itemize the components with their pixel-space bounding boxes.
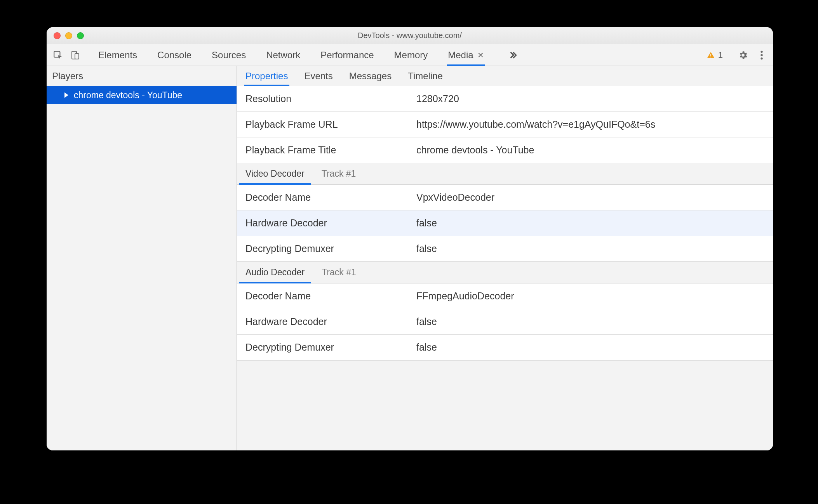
player-list-item[interactable]: chrome devtools - YouTube <box>47 86 237 104</box>
table-row: Decrypting Demuxer false <box>237 335 773 360</box>
video-decoder-track[interactable]: Track #1 <box>313 163 365 184</box>
prop-value: VpxVideoDecoder <box>416 192 764 203</box>
table-row: Decoder Name FFmpegAudioDecoder <box>237 283 773 309</box>
media-details-pane: Properties Events Messages Timeline Reso… <box>237 66 773 450</box>
media-subtabs: Properties Events Messages Timeline <box>237 66 773 86</box>
prop-label: Resolution <box>245 93 416 104</box>
prop-label: Playback Frame URL <box>245 119 416 130</box>
prop-value: false <box>416 243 764 254</box>
prop-value: false <box>416 217 764 229</box>
svg-point-6 <box>761 54 762 56</box>
device-toolbar-icon[interactable] <box>69 49 81 61</box>
subtab-events[interactable]: Events <box>304 66 332 86</box>
players-header: Players <box>47 66 237 86</box>
toolbar-right-controls: 1 <box>700 44 768 66</box>
prop-value: FFmpegAudioDecoder <box>416 290 764 302</box>
prop-table-top: Resolution 1280x720 Playback Frame URL h… <box>237 86 773 163</box>
subtab-timeline[interactable]: Timeline <box>408 66 443 86</box>
audio-decoder-track[interactable]: Track #1 <box>313 262 365 283</box>
blank-footer <box>237 360 773 450</box>
tab-elements[interactable]: Elements <box>98 44 137 66</box>
prop-label: Hardware Decoder <box>245 217 416 229</box>
svg-rect-3 <box>710 54 711 56</box>
more-options-icon[interactable] <box>756 49 768 61</box>
svg-point-7 <box>761 57 762 59</box>
window-title: DevTools - www.youtube.com/ <box>47 31 773 40</box>
table-row: Hardware Decoder false <box>237 210 773 236</box>
video-decoder-tab[interactable]: Video Decoder <box>237 163 313 184</box>
prop-value: 1280x720 <box>416 93 764 104</box>
play-triangle-icon <box>64 92 68 98</box>
prop-label: Decrypting Demuxer <box>245 342 416 353</box>
toolbar-left-controls <box>52 44 88 66</box>
prop-label: Decoder Name <box>245 192 416 203</box>
player-item-label: chrome devtools - YouTube <box>74 90 182 101</box>
more-tabs-icon[interactable] <box>508 44 518 66</box>
properties-panel: Resolution 1280x720 Playback Frame URL h… <box>237 86 773 450</box>
table-row: Decoder Name VpxVideoDecoder <box>237 185 773 210</box>
tab-media-label: Media <box>448 50 473 61</box>
svg-rect-4 <box>710 56 711 57</box>
prop-label: Decrypting Demuxer <box>245 243 416 254</box>
toolbar-separator <box>730 49 730 61</box>
prop-table-audio: Decoder Name FFmpegAudioDecoder Hardware… <box>237 283 773 360</box>
svg-rect-2 <box>75 54 79 59</box>
window-titlebar: DevTools - www.youtube.com/ <box>47 27 773 44</box>
prop-label: Hardware Decoder <box>245 316 416 327</box>
prop-value: chrome devtools - YouTube <box>416 144 764 156</box>
devtools-window: DevTools - www.youtube.com/ Elements Con… <box>47 27 773 450</box>
devtools-toolbar: Elements Console Sources Network Perform… <box>47 44 773 66</box>
subtab-messages[interactable]: Messages <box>349 66 392 86</box>
prop-label: Decoder Name <box>245 290 416 302</box>
tab-media[interactable]: Media ✕ <box>448 44 484 66</box>
table-row: Hardware Decoder false <box>237 309 773 335</box>
table-row: Playback Frame URL https://www.youtube.c… <box>237 112 773 137</box>
issues-count: 1 <box>718 50 723 60</box>
svg-point-5 <box>761 50 762 52</box>
players-pane: Players chrome devtools - YouTube <box>47 66 237 450</box>
table-row: Playback Frame Title chrome devtools - Y… <box>237 137 773 163</box>
settings-icon[interactable] <box>737 49 749 61</box>
panel-tabs: Elements Console Sources Network Perform… <box>98 44 700 66</box>
tab-performance[interactable]: Performance <box>320 44 374 66</box>
video-decoder-section: Video Decoder Track #1 <box>237 163 773 185</box>
subtab-properties[interactable]: Properties <box>245 66 288 86</box>
prop-table-video: Decoder Name VpxVideoDecoder Hardware De… <box>237 185 773 262</box>
prop-label: Playback Frame Title <box>245 144 416 156</box>
issues-button[interactable]: 1 <box>707 50 723 60</box>
panel-body: Players chrome devtools - YouTube Proper… <box>47 66 773 450</box>
audio-decoder-tab[interactable]: Audio Decoder <box>237 262 313 283</box>
table-row: Resolution 1280x720 <box>237 86 773 112</box>
prop-value: https://www.youtube.com/watch?v=e1gAyQuI… <box>416 119 764 130</box>
tab-network[interactable]: Network <box>266 44 300 66</box>
tab-close-icon[interactable]: ✕ <box>477 50 484 60</box>
inspect-element-icon[interactable] <box>52 49 64 61</box>
audio-decoder-section: Audio Decoder Track #1 <box>237 262 773 283</box>
tab-console[interactable]: Console <box>157 44 191 66</box>
table-row: Decrypting Demuxer false <box>237 236 773 262</box>
prop-value: false <box>416 342 764 353</box>
tab-memory[interactable]: Memory <box>394 44 428 66</box>
tab-sources[interactable]: Sources <box>212 44 246 66</box>
prop-value: false <box>416 316 764 327</box>
